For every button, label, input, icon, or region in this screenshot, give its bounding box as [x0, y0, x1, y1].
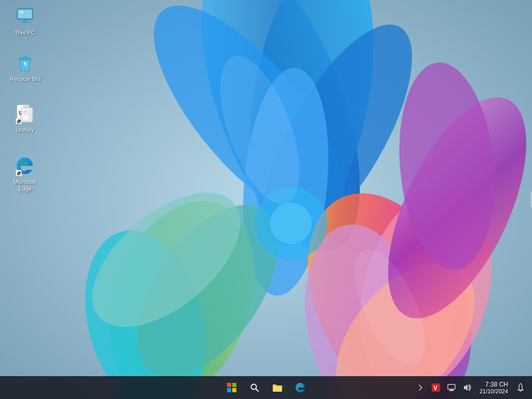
svg-rect-37 [232, 388, 236, 392]
volume-icon[interactable] [460, 378, 474, 397]
desktop-icon-recycle-bin[interactable]: Recycle Bin [4, 50, 46, 85]
wallpaper [0, 0, 532, 399]
svg-rect-35 [232, 383, 236, 387]
clock-time: 7:38 CH [485, 381, 508, 388]
edge-taskbar-button[interactable] [290, 377, 311, 398]
search-button[interactable] [244, 377, 265, 398]
taskbar: V 7: [0, 376, 532, 399]
this-pc-icon [15, 6, 35, 27]
notification-button[interactable] [513, 378, 528, 397]
svg-rect-44 [449, 390, 454, 391]
show-hidden-icons-button[interactable] [413, 378, 428, 397]
svg-rect-42 [448, 384, 455, 389]
clock[interactable]: 7:38 CH 21/10/2024 [475, 376, 512, 399]
svg-rect-23 [23, 20, 27, 22]
start-button[interactable] [221, 377, 242, 398]
desktop-icon-this-pc[interactable]: This PC [4, 4, 46, 38]
this-pc-label: This PC [15, 29, 35, 36]
desktop-icon-unikey[interactable]: u n UniKey [4, 101, 46, 136]
taskbar-center [221, 377, 311, 398]
unikey-label: UniKey [16, 126, 34, 134]
svg-rect-24 [21, 22, 29, 23]
svg-rect-25 [19, 11, 24, 14]
edge-shortcut-arrow [16, 170, 22, 176]
unikey-icon: u n [15, 103, 35, 124]
taskbar-right: V 7: [413, 376, 532, 399]
shortcut-arrow [16, 118, 22, 124]
desktop-icon-edge[interactable]: Microsoft Edge [4, 153, 46, 195]
edge-icon [15, 155, 35, 176]
network-icon[interactable] [444, 378, 459, 397]
edge-desktop-label: Microsoft Edge [6, 178, 44, 193]
svg-text:V: V [433, 384, 437, 392]
viva-icon[interactable]: V [429, 378, 443, 397]
svg-point-17 [270, 203, 312, 244]
svg-line-39 [256, 389, 259, 392]
clock-date: 21/10/2024 [480, 388, 508, 394]
recycle-bin-icon [15, 52, 35, 73]
svg-rect-32 [21, 108, 33, 122]
svg-rect-36 [227, 388, 231, 392]
svg-rect-43 [450, 389, 453, 390]
svg-rect-34 [227, 383, 231, 387]
recycle-bin-label: Recycle Bin [10, 75, 40, 83]
file-explorer-button[interactable] [267, 377, 288, 398]
desktop: This PC Recycle Bin [0, 0, 532, 399]
svg-rect-27 [23, 57, 27, 58]
